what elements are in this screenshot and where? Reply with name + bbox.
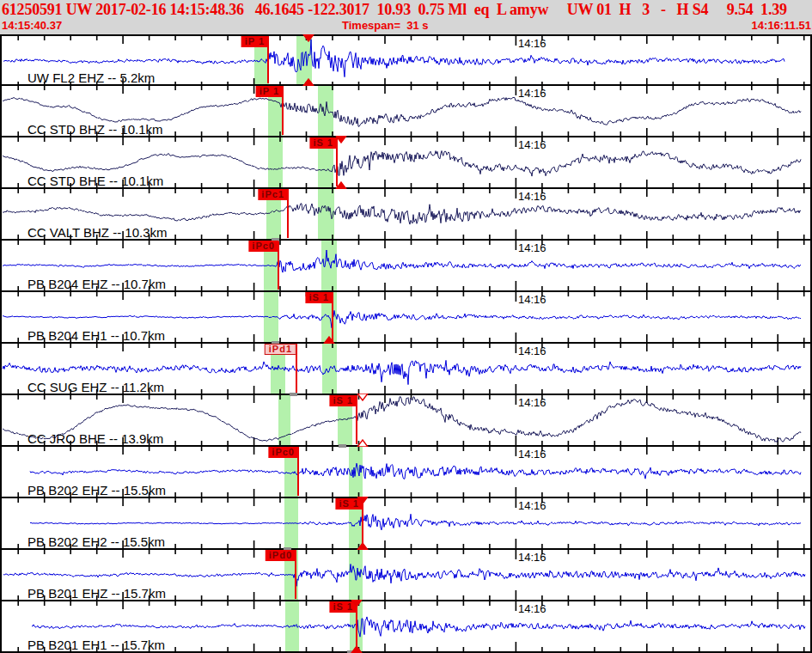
- phase-pick-flag[interactable]: iPc0: [268, 447, 298, 458]
- minute-time-label: 14:16: [518, 37, 546, 50]
- minute-time-label: 14:16: [518, 138, 546, 151]
- station-channel-label[interactable]: CC JRO BHE -- 13.9km: [27, 431, 163, 446]
- trace-panel[interactable]: 14:16iP 1UW FL2 EHZ -- 5.2km: [2, 34, 810, 86]
- pick-window-handle[interactable]: [339, 444, 346, 448]
- arrival-marker-triangle[interactable]: [357, 542, 369, 550]
- trace-panel[interactable]: 14:16iS 1PB B202 EH2 -- 15.5km: [2, 498, 810, 550]
- window-end-time: 14:16:11.51: [752, 19, 811, 32]
- phase-pick-flag[interactable]: iS 1: [329, 395, 357, 406]
- time-window-bar: 14:15:40.37 Timespan= 31 s 14:16:11.51: [0, 19, 812, 33]
- event-summary: 61250591 UW 2017-02-16 14:15:48.36 46.16…: [2, 1, 812, 19]
- header-bar: 61250591 UW 2017-02-16 14:15:48.36 46.16…: [0, 0, 812, 34]
- minute-time-label: 14:16: [518, 602, 546, 615]
- minute-time-label: 14:16: [518, 448, 546, 461]
- arrival-marker-triangle[interactable]: [357, 394, 369, 401]
- arrival-marker-triangle[interactable]: [323, 336, 335, 344]
- seismogram-trace: [32, 617, 805, 637]
- station-channel-label[interactable]: UW FL2 EHZ -- 5.2km: [27, 70, 155, 85]
- seismogram-trace: [3, 204, 801, 224]
- arrival-marker-triangle[interactable]: [302, 34, 314, 42]
- seismogram-viewer: 61250591 UW 2017-02-16 14:15:48.36 46.16…: [0, 0, 812, 653]
- seismogram-trace: [3, 250, 801, 272]
- timespan-label: Timespan= 31 s: [342, 19, 429, 32]
- minute-time-label: 14:16: [518, 499, 546, 512]
- seismogram-trace: [3, 151, 801, 177]
- arrival-marker-triangle[interactable]: [302, 78, 314, 86]
- trace-panel[interactable]: 14:16iP 1CC STD BHZ -- 10.1km: [2, 86, 810, 137]
- phase-pick-flag[interactable]: iP 1: [256, 86, 283, 97]
- trace-panel[interactable]: 14:16iPd1CC SUG EHZ -- 11.2km: [2, 344, 810, 395]
- trace-panel[interactable]: 14:16iPc0PB B202 EHZ -- 15.5km: [2, 447, 810, 498]
- arrival-marker-triangle[interactable]: [357, 497, 369, 504]
- seismogram-trace: [30, 509, 801, 530]
- seismogram-trace: [3, 565, 805, 587]
- seismogram-trace: [30, 463, 801, 479]
- station-channel-label[interactable]: CC SUG EHZ -- 11.2km: [27, 380, 164, 394]
- arrival-marker-triangle[interactable]: [357, 439, 369, 447]
- phase-pick-flag[interactable]: iPd1: [265, 344, 296, 355]
- station-channel-label[interactable]: PB B204 EH1 -- 10.7km: [27, 328, 165, 343]
- minute-time-label: 14:16: [518, 241, 546, 254]
- arrival-marker-triangle[interactable]: [335, 136, 347, 143]
- pick-window-handle[interactable]: [290, 393, 297, 396]
- arrival-marker-triangle[interactable]: [351, 645, 363, 653]
- station-channel-label[interactable]: CC VALT BHZ -- 10.3km: [27, 225, 168, 240]
- phase-pick-flag[interactable]: iPc0: [248, 241, 278, 252]
- minute-time-label: 14:16: [518, 396, 546, 409]
- station-channel-label[interactable]: CC STD BHE -- 10.1km: [27, 174, 163, 188]
- seismogram-trace: [3, 310, 801, 327]
- trace-panel[interactable]: 14:16iPc1CC VALT BHZ -- 10.3km: [2, 189, 810, 241]
- arrival-marker-triangle[interactable]: [351, 600, 363, 607]
- trace-panel[interactable]: 14:16iPc0PB B204 EHZ -- 10.7km: [2, 241, 810, 292]
- window-start-time: 14:15:40.37: [2, 19, 62, 32]
- minute-time-label: 14:16: [518, 293, 546, 306]
- minute-time-label: 14:16: [518, 87, 546, 100]
- phase-pick-flag[interactable]: iS 1: [305, 292, 333, 303]
- trace-panel[interactable]: 14:16iS 1CC JRO BHE -- 13.9km: [2, 395, 810, 447]
- station-channel-label[interactable]: PB B202 EH2 -- 15.5km: [27, 534, 165, 549]
- phase-pick-flag[interactable]: iS 1: [309, 137, 337, 149]
- trace-panel[interactable]: 14:16iS 1PB B204 EH1 -- 10.7km: [2, 292, 810, 344]
- station-channel-label[interactable]: PB B204 EHZ -- 10.7km: [27, 277, 166, 291]
- station-channel-label[interactable]: CC STD BHZ -- 10.1km: [27, 122, 163, 137]
- station-channel-label[interactable]: PB B202 EHZ -- 15.5km: [27, 483, 166, 497]
- station-channel-label[interactable]: PB B201 EHZ -- 15.7km: [27, 586, 166, 601]
- arrival-marker-triangle[interactable]: [335, 181, 347, 189]
- phase-pick-flag[interactable]: iP 1: [241, 36, 268, 47]
- trace-panel[interactable]: 14:16iPd0PB B201 EHZ -- 15.7km: [2, 550, 810, 601]
- phase-pick-flag[interactable]: iPc1: [258, 189, 288, 200]
- trace-panels: 14:16iP 1UW FL2 EHZ -- 5.2km14:16iP 1CC …: [0, 34, 812, 653]
- minute-time-label: 14:16: [518, 345, 546, 357]
- station-channel-label[interactable]: PB B201 EH1 -- 15.7km: [27, 638, 165, 652]
- minute-time-label: 14:16: [518, 190, 546, 203]
- minute-time-label: 14:16: [518, 551, 546, 564]
- phase-pick-flag[interactable]: iPd0: [266, 550, 296, 561]
- trace-panel[interactable]: 14:16iS 1CC STD BHE -- 10.1km: [2, 137, 810, 189]
- trace-panel[interactable]: 14:16iS 1PB B201 EH1 -- 15.7km: [2, 601, 810, 653]
